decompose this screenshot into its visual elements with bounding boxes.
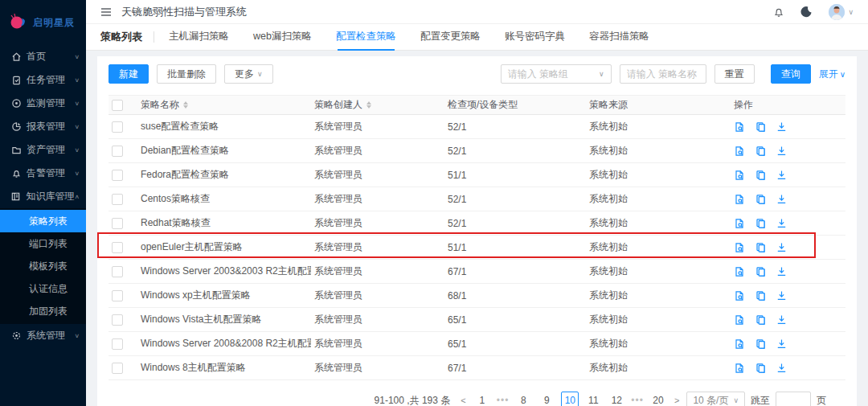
page-button-1[interactable]: 1 xyxy=(473,392,491,406)
download-icon[interactable] xyxy=(776,314,787,325)
download-icon[interactable] xyxy=(776,146,787,156)
ellipsis-left[interactable]: ••• xyxy=(497,395,510,406)
page-button-9[interactable]: 9 xyxy=(538,392,555,406)
next-page-button[interactable]: > xyxy=(673,396,681,405)
copy-icon[interactable] xyxy=(755,218,766,229)
download-icon[interactable] xyxy=(776,121,787,132)
row-checkbox[interactable] xyxy=(112,218,123,229)
preview-icon[interactable] xyxy=(734,242,745,253)
sidebar-item-alerts[interactable]: 告警管理 ∨ xyxy=(0,162,86,185)
table-row[interactable]: Windows Server 2003&2003 R2主机配置策略 系统管理员 … xyxy=(108,260,845,284)
tab-host-scan-policy[interactable]: 主机漏扫策略 xyxy=(169,24,229,51)
preview-icon[interactable] xyxy=(734,363,745,374)
copy-icon[interactable] xyxy=(755,194,766,205)
preview-icon[interactable] xyxy=(734,194,745,205)
table-row[interactable]: Windows Vista主机配置策略 系统管理员 65/1 系统初始 xyxy=(108,308,845,332)
table-row[interactable]: Fedora配置检查策略 系统管理员 51/1 系统初始 xyxy=(108,163,845,187)
new-button[interactable]: 新建 xyxy=(108,64,149,84)
table-row[interactable]: Redhat策略核查 系统管理员 52/1 系统初始 xyxy=(108,211,845,236)
copy-icon[interactable] xyxy=(755,363,766,374)
submenu-item-port-list[interactable]: 端口列表 xyxy=(0,232,86,255)
sidebar-item-system[interactable]: 系统管理 ∨ xyxy=(0,324,86,347)
ellipsis-right[interactable]: ••• xyxy=(631,395,644,406)
preview-icon[interactable] xyxy=(734,146,745,157)
tab-container-scan-policy[interactable]: 容器扫描策略 xyxy=(589,24,649,51)
preview-icon[interactable] xyxy=(734,218,745,229)
table-row[interactable]: Windows xp主机配置策略 系统管理员 68/1 系统初始 xyxy=(108,284,845,308)
row-checkbox[interactable] xyxy=(112,194,123,205)
copy-icon[interactable] xyxy=(755,338,766,350)
tab-web-scan-policy[interactable]: web漏扫策略 xyxy=(253,24,312,51)
page-button-11[interactable]: 11 xyxy=(584,392,602,406)
menu-collapse-icon[interactable] xyxy=(100,7,112,17)
copy-icon[interactable] xyxy=(755,290,766,301)
copy-icon[interactable] xyxy=(755,314,766,326)
policy-name-input[interactable] xyxy=(620,64,706,84)
copy-icon[interactable] xyxy=(755,170,766,181)
page-button-8[interactable]: 8 xyxy=(514,392,532,406)
page-button-12[interactable]: 12 xyxy=(608,392,625,406)
sidebar-item-home[interactable]: 首页 ∨ xyxy=(0,45,86,68)
reset-button[interactable]: 重置 xyxy=(714,64,755,84)
tab-config-change-policy[interactable]: 配置变更策略 xyxy=(420,24,481,51)
policy-group-select[interactable]: 请输入 策略组 ∨ xyxy=(501,64,612,84)
row-checkbox[interactable] xyxy=(112,314,123,326)
col-policy-creator[interactable]: 策略创建人 xyxy=(311,96,444,115)
query-button[interactable]: 查询 xyxy=(771,64,811,84)
page-size-select[interactable]: 10 条/页 ∨ xyxy=(686,392,745,406)
row-checkbox[interactable] xyxy=(112,170,123,181)
preview-icon[interactable] xyxy=(734,314,745,326)
copy-icon[interactable] xyxy=(755,121,766,133)
copy-icon[interactable] xyxy=(755,266,766,277)
download-icon[interactable] xyxy=(776,242,787,252)
submenu-item-hardening-list[interactable]: 加固列表 xyxy=(0,300,86,322)
preview-icon[interactable] xyxy=(734,290,745,301)
table-row[interactable]: openEuler主机配置策略 系统管理员 51/1 系统初始 xyxy=(108,236,845,260)
row-checkbox[interactable] xyxy=(112,338,123,350)
expand-link[interactable]: 展开∨ xyxy=(819,68,845,81)
download-icon[interactable] xyxy=(776,170,787,180)
table-row[interactable]: Windows Server 2008&2008 R2主机配置策略 系统管理员 … xyxy=(108,332,845,356)
sidebar-item-knowledge[interactable]: 知识库管理 ∧ xyxy=(0,185,86,208)
more-button[interactable]: 更多 ∨ xyxy=(224,64,273,84)
row-checkbox[interactable] xyxy=(112,121,123,133)
select-all-checkbox[interactable] xyxy=(112,100,123,111)
tab-account-password-dict[interactable]: 账号密码字典 xyxy=(505,24,565,51)
copy-icon[interactable] xyxy=(755,242,766,253)
sort-icon[interactable] xyxy=(366,101,371,109)
table-row[interactable]: suse配置检查策略 系统管理员 52/1 系统初始 xyxy=(108,115,845,139)
preview-icon[interactable] xyxy=(734,170,745,181)
preview-icon[interactable] xyxy=(734,266,745,277)
preview-icon[interactable] xyxy=(734,121,745,133)
user-menu[interactable]: ∨ xyxy=(829,4,854,20)
submenu-item-policy-list[interactable]: 策略列表 xyxy=(0,210,86,232)
download-icon[interactable] xyxy=(776,218,787,228)
download-icon[interactable] xyxy=(776,266,787,277)
batch-delete-button[interactable]: 批量删除 xyxy=(157,64,216,84)
sidebar-item-reports[interactable]: 报表管理 ∨ xyxy=(0,115,86,138)
download-icon[interactable] xyxy=(776,194,787,204)
prev-page-button[interactable]: < xyxy=(459,396,467,405)
row-checkbox[interactable] xyxy=(112,242,123,253)
table-row[interactable]: Windows 8主机配置策略 系统管理员 67/1 系统初始 xyxy=(108,356,845,380)
download-icon[interactable] xyxy=(776,363,787,373)
preview-icon[interactable] xyxy=(734,338,745,350)
jump-page-input[interactable] xyxy=(776,392,811,406)
row-checkbox[interactable] xyxy=(112,363,123,374)
submenu-item-auth-info[interactable]: 认证信息 xyxy=(0,277,86,300)
table-row[interactable]: Centos策略核查 系统管理员 52/1 系统初始 xyxy=(108,187,845,211)
sidebar-item-tasks[interactable]: 任务管理 ∨ xyxy=(0,68,86,92)
page-button-20[interactable]: 20 xyxy=(649,392,667,406)
page-button-10-current[interactable]: 10 xyxy=(561,392,579,406)
tab-config-check-policy[interactable]: 配置检查策略 xyxy=(336,24,396,51)
notification-bell-icon[interactable] xyxy=(773,6,784,18)
table-row[interactable]: Debian配置检查策略 系统管理员 52/1 系统初始 xyxy=(108,139,845,163)
row-checkbox[interactable] xyxy=(112,146,123,157)
row-checkbox[interactable] xyxy=(112,290,123,301)
dark-mode-moon-icon[interactable] xyxy=(800,6,813,18)
col-policy-name[interactable]: 策略名称 xyxy=(137,96,311,115)
sort-icon[interactable] xyxy=(183,101,188,109)
copy-icon[interactable] xyxy=(755,146,766,157)
download-icon[interactable] xyxy=(776,338,787,349)
row-checkbox[interactable] xyxy=(112,266,123,277)
